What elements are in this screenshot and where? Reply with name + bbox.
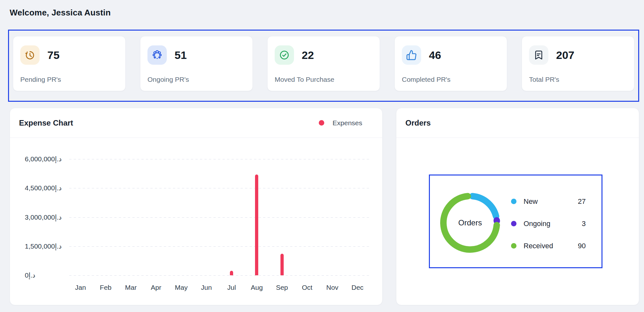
expenses-legend-label: Expenses (333, 119, 362, 127)
legend-dot (511, 243, 516, 249)
thumbs-up-icon (402, 45, 421, 65)
x-axis-month-label: Mar (118, 283, 144, 292)
legend-label: Received (524, 242, 553, 250)
legend-label: Ongoing (524, 220, 550, 228)
expense-bar-aug[interactable] (255, 175, 258, 275)
spinner-dots-icon (147, 45, 167, 65)
stat-value: 75 (47, 49, 60, 61)
stat-label: Total PR's (529, 76, 627, 83)
orders-donut-legend: New27Ongoing3Received90 (511, 190, 586, 257)
grid-line (69, 246, 370, 247)
expenses-legend-dot (319, 120, 324, 126)
y-axis-tick-label: 1,500,000د.إ (25, 242, 62, 251)
grid-line (69, 275, 370, 276)
stat-label: Moved To Purchase (275, 76, 373, 83)
history-icon (20, 45, 40, 65)
y-axis-tick-label: 0د.إ (25, 271, 35, 279)
orders-legend-item-ongoing[interactable]: Ongoing3 (511, 213, 586, 235)
stat-card-pending-prs[interactable]: 75 Pending PR's (13, 36, 126, 91)
legend-label: New (524, 197, 538, 206)
orders-legend-item-new[interactable]: New27 (511, 190, 586, 213)
grid-line (69, 217, 370, 218)
orders-donut-box[interactable]: Orders New27Ongoing3Received90 (429, 175, 602, 268)
stats-row[interactable]: 75 Pending PR's 51 Ongoing PR's (8, 30, 639, 102)
expenses-legend-item[interactable]: Expenses (319, 119, 362, 127)
stat-card-ongoing-prs[interactable]: 51 Ongoing PR's (140, 36, 253, 91)
stat-label: Ongoing PR's (147, 76, 245, 83)
donut-segment-new[interactable] (472, 196, 496, 216)
expense-chart-card: Expense Chart Expenses 0د.إ1,500,000د.إ3… (10, 108, 383, 305)
expense-bar-sep[interactable] (280, 254, 284, 275)
bookmark-note-icon (529, 45, 548, 65)
legend-dot (511, 221, 516, 226)
stat-label: Pending PR's (20, 76, 118, 83)
x-axis-month-label: Nov (319, 283, 345, 292)
legend-value: 27 (578, 197, 586, 206)
legend-dot (511, 199, 516, 204)
stat-card-total-prs[interactable]: 207 Total PR's (522, 36, 634, 91)
legend-value: 3 (582, 220, 586, 228)
x-axis-month-label: Oct (294, 283, 320, 292)
legend-value: 90 (578, 242, 586, 250)
x-axis-month-label: Feb (93, 283, 118, 292)
x-axis-month-label: Jul (219, 283, 244, 292)
orders-legend-item-received[interactable]: Received90 (511, 235, 586, 257)
check-circle-icon (275, 45, 294, 65)
stat-value: 207 (556, 49, 574, 61)
stat-label: Completed PR's (402, 76, 500, 83)
grid-line (69, 159, 370, 159)
y-axis-tick-label: 4,500,000د.إ (25, 184, 62, 192)
x-axis-month-label: Dec (345, 283, 370, 292)
x-axis-month-label: Aug (244, 283, 270, 292)
page-title: Welcome, Jessica Austin (10, 8, 111, 18)
expense-bar-jul[interactable] (230, 271, 233, 275)
x-axis-month-label: Jun (194, 283, 219, 292)
x-axis-month-label: Sep (269, 283, 295, 292)
grid-line (69, 188, 370, 188)
orders-donut-chart[interactable] (440, 193, 500, 253)
stat-value: 51 (175, 49, 187, 61)
y-axis-tick-label: 3,000,000د.إ (25, 213, 62, 222)
orders-header: Orders (396, 108, 639, 138)
stat-card-moved-to-purchase[interactable]: 22 Moved To Purchase (267, 36, 380, 91)
y-axis-tick-label: 6,000,000د.إ (25, 155, 62, 163)
orders-card: Orders Orders New27Ongoing3Received90 (396, 108, 639, 305)
dashboard-page: { "header": { "title": "Welcome, Jessica… (0, 0, 644, 312)
expense-chart-title: Expense Chart (19, 118, 73, 128)
orders-title: Orders (405, 118, 431, 128)
x-axis-month-label: Jan (68, 283, 93, 292)
stat-value: 46 (429, 49, 441, 61)
x-axis-month-label: Apr (143, 283, 169, 292)
x-axis-month-label: May (168, 283, 194, 292)
expense-chart-plot: 0د.إ1,500,000د.إ3,000,000د.إ4,500,000د.إ… (10, 138, 382, 305)
stat-card-completed-prs[interactable]: 46 Completed PR's (394, 36, 507, 91)
stat-value: 22 (302, 49, 314, 61)
expense-chart-header: Expense Chart Expenses (10, 108, 382, 138)
